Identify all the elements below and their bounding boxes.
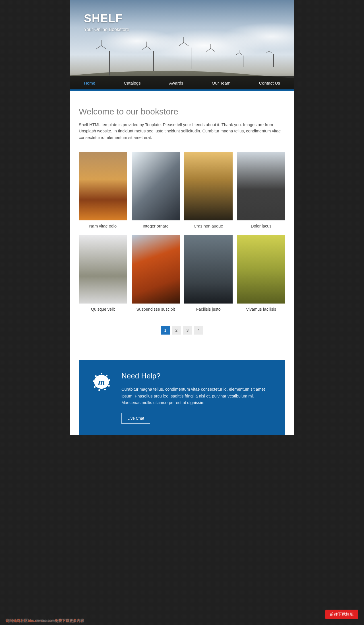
svg-line-14: [236, 53, 239, 55]
grid-card[interactable]: Vivamus facilisis: [237, 235, 286, 312]
nav-contact-us[interactable]: Contact Us: [256, 81, 283, 85]
product-grid: Nam vitae odio Integer ornare Cras non a…: [79, 152, 285, 312]
page-title: Welcome to our bookstore: [79, 107, 285, 116]
card-caption: Nam vitae odio: [79, 224, 127, 228]
card-caption: Quisque velit: [79, 307, 127, 312]
page-button-1[interactable]: 1: [161, 326, 170, 335]
card-caption: Cras non augue: [184, 224, 233, 228]
nav-home[interactable]: Home: [81, 81, 98, 85]
svg-line-7: [184, 42, 189, 46]
svg-point-20: [109, 379, 110, 381]
svg-line-11: [206, 48, 211, 52]
svg-point-24: [94, 386, 96, 388]
nav-catalogs[interactable]: Catalogs: [121, 81, 143, 85]
grid-card[interactable]: Integer ornare: [132, 152, 180, 228]
page-button-4[interactable]: 4: [194, 326, 203, 335]
turbine-icon: [146, 42, 161, 71]
site-subtitle: Your Online Bookstore: [84, 27, 129, 32]
thumb-image: [132, 152, 180, 220]
intro-text: Shelf HTML template is provided by Toopl…: [79, 122, 285, 141]
thumb-image: [237, 235, 286, 304]
grid-card[interactable]: Facilisis justo: [184, 235, 233, 312]
svg-line-5: [142, 46, 147, 50]
nav-our-team[interactable]: Our Team: [209, 81, 233, 85]
thumb-image: [79, 152, 127, 220]
svg-point-22: [104, 389, 106, 390]
content-area: Welcome to our bookstore Shelf HTML temp…: [70, 91, 294, 349]
svg-text:m: m: [98, 377, 105, 386]
grid-card[interactable]: Dolor lacus: [237, 152, 286, 228]
card-caption: Facilisis justo: [184, 307, 233, 312]
grid-card[interactable]: Nam vitae odio: [79, 152, 127, 228]
svg-line-13: [239, 53, 242, 55]
help-badge-icon: m: [90, 372, 113, 396]
page-button-3[interactable]: 3: [183, 326, 192, 335]
help-title: Need Help?: [121, 372, 274, 380]
svg-line-2: [96, 46, 101, 49]
download-template-button[interactable]: 前往下载模板: [325, 610, 358, 619]
card-caption: Dolor lacus: [237, 224, 286, 228]
turbine-icon: [101, 40, 118, 75]
site-title: SHELF: [84, 12, 129, 25]
turbine-icon: [183, 37, 199, 69]
navbar: Home Catalogs Awards Our Team Contact Us: [70, 76, 294, 91]
svg-point-18: [101, 373, 102, 374]
page-button-2[interactable]: 2: [172, 326, 181, 335]
svg-line-1: [101, 46, 106, 49]
brand-block: SHELF Your Online Bookstore: [84, 12, 129, 32]
turbine-icon: [239, 50, 247, 67]
help-panel: m Need Help? Curabitur magna tellus, con…: [79, 360, 285, 435]
footer-credit: 访问仙鸟社区bbs.xienlao.com免费下载更多内容: [6, 618, 84, 623]
thumb-image: [132, 235, 180, 304]
svg-line-4: [147, 46, 151, 50]
pagination: 1 2 3 4: [79, 326, 285, 335]
grid-card[interactable]: Suspendisse suscipit: [132, 235, 180, 312]
svg-line-16: [269, 51, 272, 53]
turbine-icon: [269, 48, 278, 67]
help-body: Need Help? Curabitur magna tellus, condi…: [121, 372, 274, 424]
hero-banner: SHELF Your Online Bookstore Home Catalog…: [70, 0, 294, 91]
thumb-image: [79, 235, 127, 304]
svg-line-17: [266, 51, 269, 53]
svg-point-19: [106, 375, 107, 376]
svg-line-10: [211, 48, 215, 52]
nav-awards[interactable]: Awards: [166, 81, 186, 85]
grid-card[interactable]: Cras non augue: [184, 152, 233, 228]
svg-point-21: [108, 385, 110, 387]
page-wrap: SHELF Your Online Bookstore Home Catalog…: [70, 0, 294, 435]
thumb-image: [184, 152, 233, 220]
help-text: Curabitur magna tellus, condimentum vita…: [121, 386, 274, 406]
svg-line-8: [179, 42, 184, 46]
svg-point-26: [95, 375, 97, 377]
card-caption: Vivamus facilisis: [237, 307, 286, 312]
card-caption: Suspendisse suscipit: [132, 307, 180, 312]
card-caption: Integer ornare: [132, 224, 180, 228]
turbine-icon: [210, 44, 224, 71]
grid-card[interactable]: Quisque velit: [79, 235, 127, 312]
svg-point-25: [93, 380, 94, 382]
thumb-image: [184, 235, 233, 304]
svg-point-23: [98, 389, 100, 391]
thumb-image: [237, 152, 286, 220]
live-chat-button[interactable]: Live Chat: [121, 413, 150, 424]
